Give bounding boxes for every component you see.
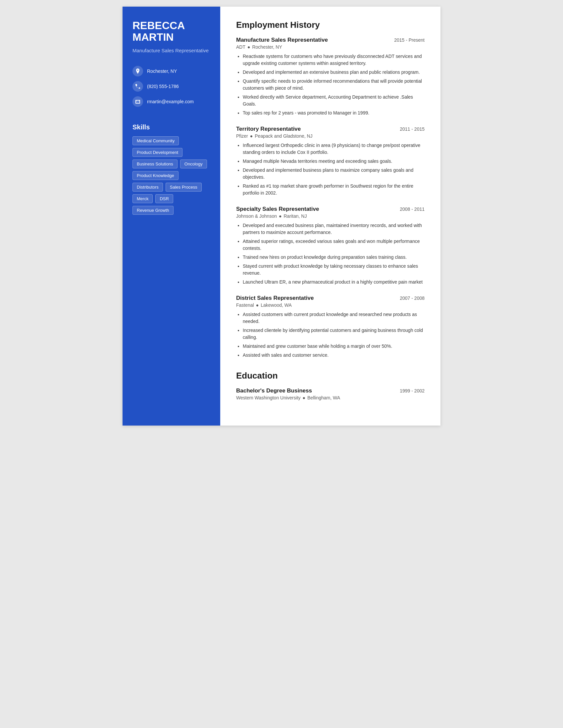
job-bullets: Assisted customers with current product … — [236, 311, 425, 359]
edu-entry: Bachelor's Degree BusinessWestern Washin… — [236, 387, 425, 400]
skills-section: Skills Medical CommunityProduct Developm… — [132, 123, 210, 215]
resume-container: REBECCA MARTIN Manufacture Sales Represe… — [122, 7, 441, 426]
education-heading: Education — [236, 371, 425, 381]
job-entry: Specialty Sales Representative2008 - 201… — [236, 206, 425, 286]
skill-tag: Sales Process — [165, 183, 202, 192]
skill-tag: Medical Community — [132, 136, 179, 145]
edu-meta: Western Washington University●Bellingham… — [236, 395, 340, 400]
job-meta: ADT●Rochester, NY — [236, 44, 425, 50]
job-title: Manufacture Sales Representative — [236, 37, 328, 43]
bullet-item: Assisted with sales and customer service… — [243, 352, 425, 359]
job-bullets: Developed and executed business plan, ma… — [236, 222, 425, 286]
bullet-item: Ranked as #1 top market share growth per… — [243, 183, 425, 197]
phone-icon — [132, 81, 143, 92]
bullet-item: Worked directly with Service department,… — [243, 94, 425, 108]
location-icon — [132, 66, 143, 76]
bullet-item: Influenced largest Orthopedic clinic in … — [243, 142, 425, 156]
bullet-item: Stayed current with product knowledge by… — [243, 263, 425, 277]
jobs-container: Manufacture Sales Representative2015 - P… — [236, 37, 425, 359]
bullet-item: Assisted customers with current product … — [243, 311, 425, 325]
candidate-title: Manufacture Sales Representative — [132, 47, 210, 54]
contact-email: rmartin@example.com — [132, 96, 210, 107]
bullet-item: Developed and executed business plan, ma… — [243, 222, 425, 236]
bullet-item: Increased clientele by identifying poten… — [243, 327, 425, 341]
skill-tag: DSR — [155, 194, 173, 203]
bullet-item: Reactivate systems for customers who hav… — [243, 53, 425, 67]
job-meta: Fastenal●Lakewood, WA — [236, 302, 425, 308]
meta-dot: ● — [256, 302, 258, 308]
bullet-item: Top sales rep for 2 years - was promoted… — [243, 110, 425, 116]
job-entry: District Sales Representative2007 - 2008… — [236, 295, 425, 359]
job-title: Territory Representative — [236, 126, 301, 132]
job-dates: 2011 - 2015 — [400, 126, 425, 132]
job-title: Specialty Sales Representative — [236, 206, 319, 212]
contact-section: Rochester, NY (820) 555-1786 rmartin@exa… — [132, 66, 210, 107]
skill-tag: Business Solutions — [132, 159, 177, 168]
job-company: Pfizer — [236, 133, 248, 139]
main-content: Employment History Manufacture Sales Rep… — [220, 7, 441, 426]
skills-heading: Skills — [132, 123, 210, 131]
contact-location: Rochester, NY — [132, 66, 210, 76]
edu-dates: 1999 - 2002 — [400, 388, 425, 393]
skills-tags: Medical CommunityProduct DevelopmentBusi… — [132, 136, 210, 215]
job-bullets: Reactivate systems for customers who hav… — [236, 53, 425, 116]
bullet-item: Developed and implemented business plans… — [243, 167, 425, 181]
job-header: Territory Representative2011 - 2015 — [236, 126, 425, 132]
job-dates: 2015 - Present — [394, 37, 425, 43]
job-title: District Sales Representative — [236, 295, 314, 301]
bullet-item: Attained superior ratings, exceeded vari… — [243, 238, 425, 252]
skill-tag: Oncology — [180, 159, 207, 168]
job-meta: Johnson & Johnson●Raritan, NJ — [236, 213, 425, 219]
job-company: Johnson & Johnson — [236, 213, 277, 219]
skill-tag: Merck — [132, 194, 153, 203]
bullet-item: Developed and implemented an extensive b… — [243, 69, 425, 76]
edu-left: Bachelor's Degree BusinessWestern Washin… — [236, 387, 340, 400]
meta-dot: ● — [247, 44, 250, 50]
edu-degree: Bachelor's Degree Business — [236, 387, 340, 394]
job-company: ADT — [236, 44, 245, 50]
sidebar: REBECCA MARTIN Manufacture Sales Represe… — [122, 7, 220, 426]
meta-dot: ● — [279, 213, 282, 219]
bullet-item: Managed multiple Nevada territories meet… — [243, 158, 425, 165]
job-company: Fastenal — [236, 302, 254, 308]
job-meta: Pfizer●Peapack and Gladstone, NJ — [236, 133, 425, 139]
job-location: Peapack and Gladstone, NJ — [255, 133, 312, 139]
bullet-item: Launched Ultram ER, a new pharmaceutical… — [243, 279, 425, 286]
edu-school: Western Washington University — [236, 395, 301, 400]
bullet-item: Trained new hires on product knowledge d… — [243, 254, 425, 261]
job-entry: Manufacture Sales Representative2015 - P… — [236, 37, 425, 116]
contact-phone: (820) 555-1786 — [132, 81, 210, 92]
job-header: Manufacture Sales Representative2015 - P… — [236, 37, 425, 43]
employment-section: Employment History Manufacture Sales Rep… — [236, 20, 425, 359]
job-location: Lakewood, WA — [260, 302, 292, 308]
job-bullets: Influenced largest Orthopedic clinic in … — [236, 142, 425, 197]
bullet-item: Maintained and grew customer base while … — [243, 343, 425, 350]
job-dates: 2008 - 2011 — [400, 206, 425, 212]
job-location: Raritan, NJ — [284, 213, 307, 219]
bullet-item: Quantify specific needs to provide infor… — [243, 78, 425, 92]
employment-heading: Employment History — [236, 20, 425, 30]
edu-location: Bellingham, WA — [307, 395, 340, 400]
education-section: Education Bachelor's Degree BusinessWest… — [236, 371, 425, 400]
meta-dot: ● — [250, 133, 253, 139]
education-container: Bachelor's Degree BusinessWestern Washin… — [236, 387, 425, 400]
job-header: Specialty Sales Representative2008 - 201… — [236, 206, 425, 212]
skill-tag: Distributors — [132, 183, 163, 192]
skill-tag: Revenue Growth — [132, 206, 173, 215]
email-icon — [132, 96, 143, 107]
job-header: District Sales Representative2007 - 2008 — [236, 295, 425, 301]
skill-tag: Product Knowledge — [132, 171, 178, 180]
edu-dot: ● — [303, 395, 305, 400]
skill-tag: Product Development — [132, 148, 182, 157]
job-entry: Territory Representative2011 - 2015Pfize… — [236, 126, 425, 197]
job-location: Rochester, NY — [252, 44, 282, 50]
candidate-name: REBECCA MARTIN — [132, 20, 210, 43]
job-dates: 2007 - 2008 — [400, 296, 425, 301]
